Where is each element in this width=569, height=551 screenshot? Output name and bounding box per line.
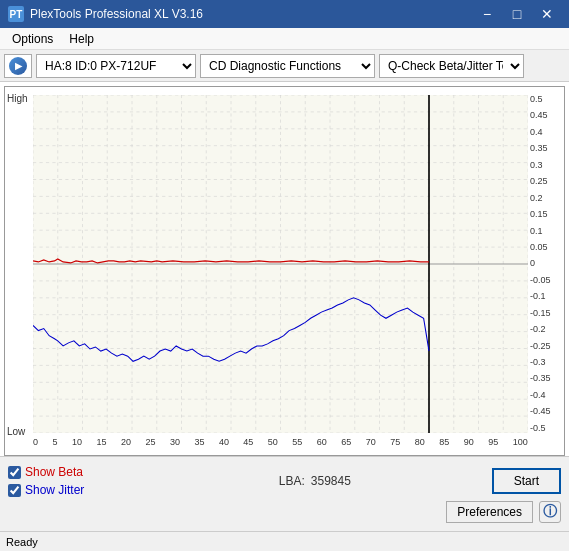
bottom-panel: Show Beta Show Jitter LBA: 359845 Start … [0,456,569,531]
show-beta-row: Show Beta [8,465,138,479]
x-tick-95: 95 [488,437,498,447]
y-tick-0.25: 0.25 [530,177,562,186]
x-tick-10: 10 [72,437,82,447]
x-tick-5: 5 [52,437,57,447]
title-bar-left: PT PlexTools Professional XL V3.16 [8,6,203,22]
x-tick-85: 85 [439,437,449,447]
x-tick-60: 60 [317,437,327,447]
y-axis-right: 0.5 0.45 0.4 0.35 0.3 0.25 0.2 0.15 0.1 … [528,95,564,433]
x-tick-35: 35 [194,437,204,447]
show-beta-checkbox[interactable] [8,466,21,479]
drive-select[interactable]: HA:8 ID:0 PX-712UF [36,54,196,78]
drive-button[interactable]: ▶ [4,54,32,78]
y-tick-0.45: 0.45 [530,111,562,120]
y-tick-n0.5: -0.5 [530,424,562,433]
minimize-button[interactable]: − [473,4,501,24]
lba-area: LBA: 359845 [138,474,492,488]
chart-grid-area [33,95,528,433]
x-tick-45: 45 [243,437,253,447]
function-select[interactable]: CD Diagnostic Functions [200,54,375,78]
y-label-low: Low [7,426,25,437]
show-jitter-row: Show Jitter [8,483,138,497]
menu-bar: Options Help [0,28,569,50]
toolbar: ▶ HA:8 ID:0 PX-712UF CD Diagnostic Funct… [0,50,569,82]
close-button[interactable]: ✕ [533,4,561,24]
y-tick-0.35: 0.35 [530,144,562,153]
x-tick-50: 50 [268,437,278,447]
x-tick-15: 15 [96,437,106,447]
x-tick-65: 65 [341,437,351,447]
y-tick-n0.3: -0.3 [530,358,562,367]
test-select[interactable]: Q-Check Beta/Jitter Test [379,54,524,78]
bottom-row2: Preferences ⓘ [8,501,561,523]
drive-icon: ▶ [9,57,27,75]
y-tick-n0.35: -0.35 [530,374,562,383]
y-tick-n0.2: -0.2 [530,325,562,334]
menu-options[interactable]: Options [4,30,61,48]
preferences-button[interactable]: Preferences [446,501,533,523]
chart-container: High Low [4,86,565,456]
chart-svg [33,95,528,433]
show-jitter-checkbox[interactable] [8,484,21,497]
x-tick-30: 30 [170,437,180,447]
y-tick-0.5: 0.5 [530,95,562,104]
y-tick-n0.15: -0.15 [530,309,562,318]
y-tick-0.3: 0.3 [530,161,562,170]
lba-label: LBA: [279,474,305,488]
show-beta-label: Show Beta [25,465,83,479]
y-tick-n0.45: -0.45 [530,407,562,416]
y-tick-n0.1: -0.1 [530,292,562,301]
lba-value: 359845 [311,474,351,488]
show-jitter-label: Show Jitter [25,483,84,497]
start-button[interactable]: Start [492,468,561,494]
y-tick-0.15: 0.15 [530,210,562,219]
status-text: Ready [6,536,38,548]
y-tick-n0.05: -0.05 [530,276,562,285]
chart-inner: High Low [5,91,564,455]
y-tick-n0.25: -0.25 [530,342,562,351]
x-tick-100: 100 [513,437,528,447]
y-tick-0.4: 0.4 [530,128,562,137]
main-content: High Low [0,82,569,551]
x-axis: 0 5 10 15 20 25 30 35 40 45 50 55 60 65 … [33,433,528,451]
x-tick-80: 80 [415,437,425,447]
y-tick-0.05: 0.05 [530,243,562,252]
x-tick-20: 20 [121,437,131,447]
x-tick-40: 40 [219,437,229,447]
y-tick-0.2: 0.2 [530,194,562,203]
x-tick-70: 70 [366,437,376,447]
x-tick-90: 90 [464,437,474,447]
checkboxes-col: Show Beta Show Jitter [8,465,138,497]
x-tick-55: 55 [292,437,302,447]
y-tick-n0.4: -0.4 [530,391,562,400]
x-tick-75: 75 [390,437,400,447]
maximize-button[interactable]: □ [503,4,531,24]
x-tick-25: 25 [145,437,155,447]
bottom-row1: Show Beta Show Jitter LBA: 359845 Start [8,465,561,497]
app-title: PlexTools Professional XL V3.16 [30,7,203,21]
title-bar-controls: − □ ✕ [473,4,561,24]
menu-help[interactable]: Help [61,30,102,48]
y-tick-0.1: 0.1 [530,227,562,236]
y-tick-0: 0 [530,259,562,268]
x-tick-0: 0 [33,437,38,447]
app-icon: PT [8,6,24,22]
title-bar: PT PlexTools Professional XL V3.16 − □ ✕ [0,0,569,28]
y-label-high: High [7,93,28,104]
status-bar: Ready [0,531,569,551]
info-button[interactable]: ⓘ [539,501,561,523]
